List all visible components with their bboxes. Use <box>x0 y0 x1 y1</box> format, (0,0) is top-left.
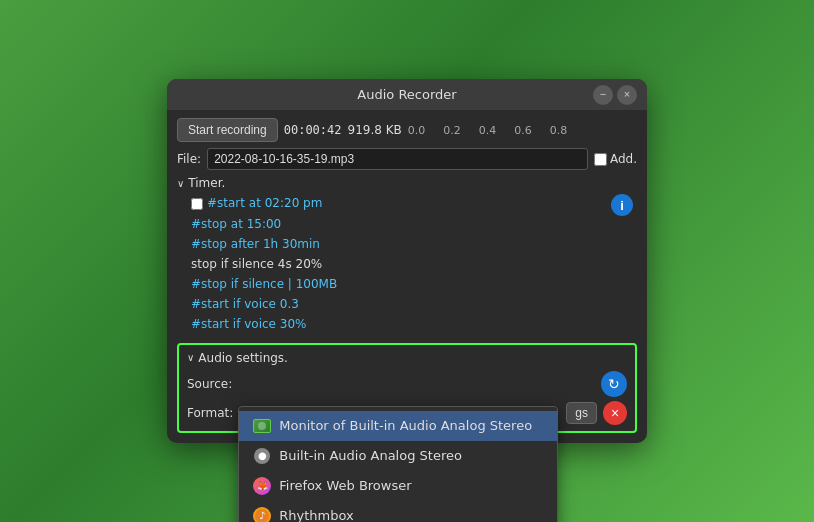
main-window: Audio Recorder − × Start recording 00:00… <box>167 79 647 442</box>
titlebar-controls: − × <box>593 85 637 105</box>
timer-row-6: #start if voice 30% <box>191 315 637 334</box>
add-checkbox-wrapper: Add. <box>594 152 637 166</box>
waveform-mark-3: 0.6 <box>514 124 532 137</box>
add-label: Add. <box>610 152 637 166</box>
refresh-button[interactable]: ↻ <box>601 371 627 397</box>
timer-text-2: #stop after 1h 30min <box>191 235 320 254</box>
timer-section-header[interactable]: ∨ Timer. <box>177 176 637 190</box>
builtin-mic-icon: ● <box>253 447 271 465</box>
dropdown-item-rhythmbox-label: Rhythmbox <box>279 508 353 522</box>
source-row: Source: Monitor of Built-in Audio Analog… <box>187 371 627 397</box>
timer-text-1: #stop at 15:00 <box>191 215 281 234</box>
monitor-icon <box>253 417 271 435</box>
timer-text-5: #start if voice 0.3 <box>191 295 299 314</box>
timer-text-3: stop if silence 4s 20% <box>191 255 322 274</box>
size-display: 919.8 KB <box>348 123 402 137</box>
dropdown-item-rhythmbox[interactable]: ♪ Rhythmbox <box>239 501 557 522</box>
file-input[interactable] <box>207 148 588 170</box>
dropdown-item-monitor[interactable]: Monitor of Built-in Audio Analog Stereo <box>239 411 557 441</box>
settings-button[interactable]: gs <box>566 402 597 424</box>
audio-chevron-icon: ∨ <box>187 352 194 363</box>
dropdown-item-firefox[interactable]: 🦊 Firefox Web Browser <box>239 471 557 501</box>
waveform-mark-0: 0.0 <box>408 124 426 137</box>
timer-row-2: #stop after 1h 30min <box>191 235 637 254</box>
timer-section-title: Timer. <box>188 176 225 190</box>
timer-row-4: #stop if silence | 100MB <box>191 275 637 294</box>
timer-row-5: #start if voice 0.3 <box>191 295 637 314</box>
timer-text-0: #start at 02:20 pm <box>207 194 322 213</box>
toolbar-row: Start recording 00:00:42 919.8 KB 0.0 0.… <box>177 118 637 142</box>
waveform-mark-4: 0.8 <box>550 124 568 137</box>
timer-row-1: #stop at 15:00 <box>191 215 637 234</box>
timer-chevron-icon: ∨ <box>177 178 184 189</box>
timer-display: 00:00:42 <box>284 123 342 137</box>
timer-checkbox-0[interactable] <box>191 198 203 210</box>
waveform-mark-1: 0.2 <box>443 124 461 137</box>
dropdown-item-builtin-label: Built-in Audio Analog Stereo <box>279 448 462 463</box>
file-row: File: Add. <box>177 148 637 170</box>
file-label: File: <box>177 152 201 166</box>
window-title: Audio Recorder <box>357 87 456 102</box>
source-dropdown-popup: Monitor of Built-in Audio Analog Stereo … <box>238 406 558 522</box>
close-button[interactable]: × <box>617 85 637 105</box>
audio-settings-section: ∨ Audio settings. Source: Monitor of Bui… <box>177 343 637 433</box>
audio-section-title: Audio settings. <box>198 351 288 365</box>
timer-text-4: #stop if silence | 100MB <box>191 275 337 294</box>
timer-content: #start at 02:20 pm #stop at 15:00 #stop … <box>177 194 637 334</box>
dropdown-item-firefox-label: Firefox Web Browser <box>279 478 411 493</box>
timer-row-0: #start at 02:20 pm <box>191 194 637 213</box>
record-button[interactable]: Start recording <box>177 118 278 142</box>
minimize-button[interactable]: − <box>593 85 613 105</box>
source-label: Source: <box>187 377 232 391</box>
rhythmbox-icon: ♪ <box>253 507 271 522</box>
timer-row-3: stop if silence 4s 20% <box>191 255 637 274</box>
waveform-bar: 0.0 0.2 0.4 0.6 0.8 <box>408 124 637 137</box>
dropdown-item-builtin[interactable]: ● Built-in Audio Analog Stereo <box>239 441 557 471</box>
timer-text-6: #start if voice 30% <box>191 315 306 334</box>
window-body: Start recording 00:00:42 919.8 KB 0.0 0.… <box>167 110 647 442</box>
format-label: Format: <box>187 406 233 420</box>
waveform-mark-2: 0.4 <box>479 124 497 137</box>
firefox-icon: 🦊 <box>253 477 271 495</box>
audio-section-header[interactable]: ∨ Audio settings. <box>187 351 627 365</box>
audio-close-button[interactable]: × <box>603 401 627 425</box>
dropdown-item-monitor-label: Monitor of Built-in Audio Analog Stereo <box>279 418 532 433</box>
add-checkbox[interactable] <box>594 153 607 166</box>
titlebar: Audio Recorder − × <box>167 79 647 110</box>
